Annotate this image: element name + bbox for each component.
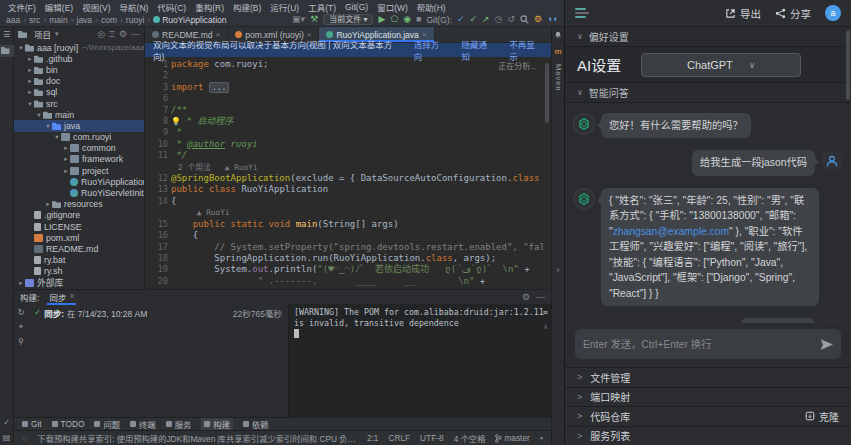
tree-item-doc[interactable]: ▸doc	[14, 76, 144, 87]
stripe-commit-icon[interactable]: ✓	[3, 418, 10, 427]
inlay-hint[interactable]: 2 个用法 ▲ RuoYi	[178, 162, 543, 173]
tree-item-framework[interactable]: ▸framework	[14, 154, 144, 165]
tree-item-java[interactable]: ▾java	[14, 120, 144, 131]
tree-expand-icon[interactable]: ▸	[62, 155, 70, 163]
indent-setting[interactable]: 4 个空格	[454, 432, 486, 444]
tree-item-aaaruoyi[interactable]: ▾aaa [ruoyi]~/Workspace/aaa	[14, 42, 144, 53]
sync-result-pane[interactable]: ✓ 同步: 在 7/14/23, 10:28 AM 22秒765毫秒	[28, 304, 288, 417]
tree-item-readmemd[interactable]: README.md	[14, 243, 144, 254]
tree-item-rybat[interactable]: ry.bat	[14, 255, 144, 266]
breadcrumb-item[interactable]: aaa	[6, 15, 20, 25]
collapse-all-icon[interactable]: Ξ	[109, 30, 115, 39]
tree-collapse-icon[interactable]: ▾	[17, 44, 25, 52]
tree-expand-icon[interactable]: ▸	[62, 144, 70, 152]
build-tab-sync[interactable]: 同步×	[47, 290, 76, 305]
build-console[interactable]: [WARNING] The POM for com.alibaba:druid:…	[288, 304, 551, 417]
toolwindow-依赖[interactable]: 依赖	[243, 418, 269, 430]
menu-item[interactable]: Git(G)	[345, 2, 368, 12]
profile-icon[interactable]: ▣▾	[292, 15, 305, 24]
share-button[interactable]: 分享	[775, 6, 811, 21]
breadcrumb-current[interactable]: RuoYiApplication	[153, 15, 226, 25]
toolwindow-git[interactable]: Git	[22, 419, 42, 429]
menu-item[interactable]: 帮助(H)	[417, 1, 446, 13]
send-icon[interactable]	[820, 338, 833, 351]
tree-item-外部库[interactable]: ▸外部库	[14, 277, 144, 288]
build-hammer-icon[interactable]: ⚒	[310, 15, 318, 24]
chat-input[interactable]	[583, 339, 814, 350]
status-message[interactable]: 下载预构建共享索引: 使用预构建的JDK和Maven 库共享索引减少索引时间和 …	[37, 432, 357, 444]
breadcrumb-item[interactable]: com	[101, 15, 117, 25]
resync-icon[interactable]: ↻	[18, 308, 25, 317]
inlay-hint[interactable]: ▲ RuoYi	[178, 207, 543, 218]
preferences-section-header[interactable]: ∨ 偏好设置	[565, 27, 851, 47]
breadcrumb-item[interactable]: src	[29, 15, 40, 25]
tree-item-ruoyiapplication[interactable]: RuoYiApplication	[14, 176, 144, 187]
tree-collapse-icon[interactable]: ▾	[44, 122, 52, 130]
section-文件管理[interactable]: >文件管理	[565, 367, 851, 387]
panel-menu-icon[interactable]	[575, 8, 589, 18]
intention-bulb-icon[interactable]: 💡	[171, 117, 181, 126]
tree-item-pomxml[interactable]: pom.xml	[14, 232, 144, 243]
toolwindow-构建[interactable]: 构建	[201, 418, 233, 430]
menu-item[interactable]: 工具(T)	[308, 1, 336, 13]
scroll-end-icon[interactable]: ⇩	[543, 321, 548, 332]
toolwindow-终端[interactable]: 终端	[130, 418, 156, 430]
menu-item[interactable]: 构建(B)	[233, 1, 261, 13]
menu-item[interactable]: 代码(C)	[157, 1, 186, 13]
tree-collapse-icon[interactable]: ▾	[53, 133, 61, 141]
pin-icon[interactable]: ⌖	[19, 322, 24, 332]
tree-item-resources[interactable]: ▸resources	[14, 199, 144, 210]
tree-item-github[interactable]: ▸.github	[14, 53, 144, 64]
project-settings-icon[interactable]: ⚙	[119, 30, 127, 39]
chat-message-list[interactable]: 您好！有什么需要帮助的吗？给我生成一段jason代码{ "姓名": "张三", …	[565, 103, 851, 323]
menu-item[interactable]: 运行(U)	[270, 1, 299, 13]
debug-icon[interactable]: ⬠	[390, 15, 398, 24]
project-panel-title[interactable]: 项目	[34, 28, 51, 40]
toolwindow-服务[interactable]: 服务	[166, 418, 192, 430]
locate-icon[interactable]: ◎	[97, 30, 105, 39]
tree-expand-icon[interactable]: ▸	[26, 77, 34, 85]
breadcrumb-item[interactable]: ruoyi	[126, 15, 144, 25]
tree-item-comruoyi[interactable]: ▾com.ruoyi	[14, 132, 144, 143]
build-settings-icon[interactable]: ⚙	[522, 293, 530, 302]
menu-item[interactable]: 导航(N)	[120, 1, 149, 13]
qa-section-header[interactable]: ∨ 智能问答	[565, 83, 851, 103]
toolwindow-问题[interactable]: 问题	[94, 418, 120, 430]
tree-item-bin[interactable]: ▸bin	[14, 64, 144, 75]
tree-item-src[interactable]: ▾src	[14, 98, 144, 109]
run-config-dropdown[interactable]: 当前文件 ▾	[323, 14, 373, 25]
tree-expand-icon[interactable]: ▸	[26, 66, 34, 74]
email-link[interactable]: zhangsan@example.com	[613, 226, 729, 237]
tree-expand-icon[interactable]: ▸	[44, 200, 52, 208]
menu-item[interactable]: 文件(F)	[8, 1, 36, 13]
tree-expand-icon[interactable]: ▸	[17, 279, 25, 287]
maven-tool-window-label[interactable]: Maven	[554, 64, 563, 92]
caret-position[interactable]: 2:1	[367, 433, 379, 443]
search-everywhere-icon[interactable]	[520, 15, 529, 24]
tree-item-ruoyiservletinitializer[interactable]: RuoYiServletInitializer	[14, 187, 144, 198]
tree-item-rysh[interactable]: ry.sh	[14, 266, 144, 277]
menu-item[interactable]: 窗口(W)	[377, 1, 408, 13]
tree-item-project[interactable]: ▸project	[14, 165, 144, 176]
model-select-dropdown[interactable]: ChatGPT ∨	[641, 53, 801, 77]
stripe-project-icon[interactable]	[0, 45, 15, 57]
hide-panel-icon[interactable]: —	[131, 30, 140, 39]
file-encoding[interactable]: UTF-8	[420, 433, 444, 443]
clone-button[interactable]: 克隆	[805, 409, 839, 424]
coverage-icon[interactable]: ◉	[403, 15, 411, 24]
menu-item[interactable]: 重构(R)	[195, 1, 224, 13]
git-commit-icon[interactable]: ✓	[470, 15, 478, 24]
expand-panel-chevron[interactable]: ›	[557, 265, 560, 275]
tree-item-license[interactable]: LICENSE	[14, 221, 144, 232]
softwrap-icon[interactable]: ≡	[543, 307, 548, 318]
breadcrumb-item[interactable]: java	[77, 15, 93, 25]
breadcrumb-item[interactable]: main	[49, 15, 67, 25]
export-button[interactable]: 导出	[725, 6, 761, 21]
tree-item-gitignore[interactable]: .gitignore	[14, 210, 144, 221]
notifications-icon[interactable]: ◖◗	[547, 15, 558, 24]
close-icon[interactable]: ×	[69, 291, 74, 303]
ai-panel-scrollbar[interactable]	[846, 30, 850, 100]
section-代码仓库[interactable]: >代码仓库克隆	[565, 406, 851, 426]
settings-gear-icon[interactable]: ⚙	[534, 15, 542, 24]
notifications-bell-icon[interactable]	[554, 31, 562, 39]
